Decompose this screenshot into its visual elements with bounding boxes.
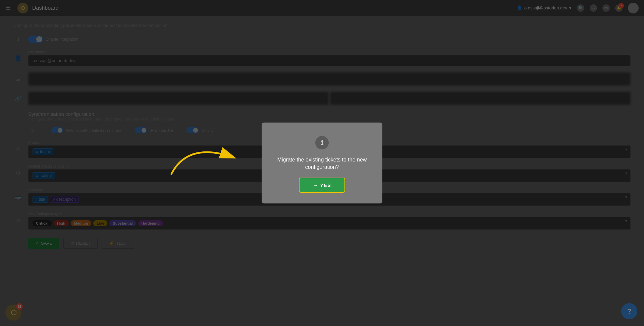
confirm-modal: ℹ Migrate the existing tickets to the ne… [262, 123, 382, 204]
modal-info-icon: ℹ [315, 136, 329, 149]
modal-message: Migrate the existing tickets to the new … [275, 156, 369, 171]
modal-overlay: ℹ Migrate the existing tickets to the ne… [0, 0, 644, 326]
modal-yes-button[interactable]: → YES [299, 178, 345, 193]
modal-bottom-row: → YES [275, 178, 369, 193]
arrow-annotation [161, 134, 248, 183]
